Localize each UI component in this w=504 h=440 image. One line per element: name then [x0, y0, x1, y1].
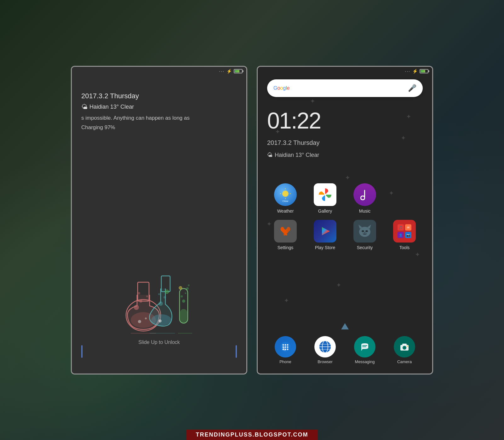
home-time: 01:22 — [267, 108, 321, 134]
right-indicator — [236, 345, 237, 358]
app-label-gallery: Gallery — [318, 209, 332, 214]
messaging-dock-icon — [358, 340, 371, 353]
side-indicators: Slide Up to Unlock — [81, 345, 237, 358]
svg-point-5 — [138, 292, 140, 294]
svg-point-51 — [283, 344, 284, 346]
lock-content: 2017.3.2 Thursday 🌤 Haidian 13° Clear s … — [72, 67, 246, 140]
svg-point-18 — [182, 300, 185, 303]
star-9: ✦ — [415, 251, 420, 258]
svg-point-15 — [158, 319, 162, 323]
dock-arrow — [341, 323, 349, 329]
g-logo-g2: g — [283, 85, 286, 91]
dock-label-browser: Browser — [318, 359, 333, 364]
svg-point-53 — [287, 344, 289, 346]
svg-point-39 — [365, 230, 368, 232]
phones-container: ··· ⚡ 2017.3.2 Thursday 🌤 Haidian 13° Cl… — [0, 0, 504, 440]
dock-item-messaging[interactable]: Messaging — [346, 336, 383, 364]
svg-point-33 — [324, 194, 326, 196]
dock-label-phone: Phone — [279, 359, 291, 364]
app-item-tools[interactable]: 🎵 ✉ 👤 📷 Tools — [386, 220, 423, 250]
svg-point-75 — [407, 346, 408, 347]
lock-quote: s impossible. Anything can happen as lon… — [81, 115, 237, 121]
star-11: ✦ — [284, 297, 289, 304]
battery-icon — [234, 69, 243, 73]
svg-text:✉: ✉ — [407, 226, 410, 229]
google-search-bar[interactable]: Google 🎤 — [267, 79, 423, 97]
battery-fill — [235, 70, 239, 72]
dock: Phone Browser — [264, 333, 426, 367]
svg-point-13 — [158, 293, 160, 295]
home-date: 2017.3.2 Thursday — [267, 139, 319, 146]
right-battery-fill — [421, 70, 425, 72]
svg-marker-36 — [322, 227, 330, 235]
right-status-bar: ··· ⚡ — [258, 67, 432, 76]
svg-point-55 — [285, 346, 286, 348]
svg-point-22 — [188, 284, 190, 286]
app-item-playstore[interactable]: Play Store — [307, 220, 343, 250]
home-weather: 🌤 Haidian 13° Clear — [267, 152, 319, 158]
microphone-icon[interactable]: 🎤 — [408, 84, 416, 92]
left-status-bar: ··· ⚡ — [72, 67, 246, 76]
watermark: TRENDINGPLUSS.BLOGSPOT.COM — [186, 430, 318, 440]
app-label-playstore: Play Store — [315, 245, 335, 250]
security-app-icon — [357, 223, 373, 239]
music-app-icon — [358, 187, 372, 202]
app-label-tools: Tools — [399, 245, 410, 250]
svg-point-27 — [282, 191, 289, 197]
left-indicator — [81, 345, 83, 358]
svg-point-12 — [163, 296, 166, 299]
app-label-music: Music — [359, 209, 371, 214]
app-item-weather[interactable]: Clear Weather — [267, 183, 304, 214]
home-sun-icon: 🌤 — [267, 152, 273, 158]
gallery-app-icon — [317, 187, 333, 203]
dock-item-phone[interactable]: Phone — [267, 336, 304, 364]
right-status-bolt: ⚡ — [412, 69, 418, 74]
app-label-security: Security — [357, 245, 373, 250]
right-phone: ✦ ✦ ✦ ✦ ✦ ✦ ✦ ✦ ✦ ✦ ✦ ✦ ··· ⚡ — [257, 66, 433, 374]
camera-dock-icon — [398, 340, 411, 353]
svg-text:Clear: Clear — [282, 200, 288, 203]
dock-item-camera[interactable]: Camera — [386, 336, 423, 364]
app-label-settings: Settings — [278, 245, 294, 250]
status-bolt: ⚡ — [226, 69, 232, 74]
slide-unlock-text[interactable]: Slide Up to Unlock — [138, 340, 180, 345]
dock-label-messaging: Messaging — [355, 359, 375, 364]
svg-point-3 — [134, 305, 139, 310]
svg-point-52 — [285, 344, 286, 346]
svg-point-7 — [138, 320, 141, 323]
svg-rect-74 — [402, 344, 407, 345]
sun-icon: 🌤 — [81, 103, 88, 111]
star-4: ✦ — [406, 113, 411, 120]
dock-label-camera: Camera — [397, 359, 412, 364]
settings-app-icon — [278, 223, 293, 239]
svg-point-19 — [181, 295, 183, 297]
lock-weather-text: Haidian 13° Clear — [89, 104, 134, 110]
app-item-gallery[interactable]: Gallery — [307, 183, 343, 214]
star-6: ✦ — [345, 174, 350, 181]
svg-text:🎵: 🎵 — [399, 226, 403, 230]
lock-weather: 🌤 Haidian 13° Clear — [81, 103, 237, 111]
playstore-app-icon — [317, 223, 333, 239]
lock-charging: Charging 97% — [81, 124, 237, 131]
phone-dock-icon — [279, 340, 292, 353]
svg-point-59 — [287, 348, 289, 350]
app-item-security[interactable]: Security — [346, 220, 383, 250]
dock-item-browser[interactable]: Browser — [307, 336, 343, 364]
svg-point-56 — [287, 346, 289, 348]
svg-point-20 — [185, 292, 186, 294]
status-dots: ··· — [219, 69, 225, 74]
svg-point-37 — [359, 227, 370, 237]
svg-point-4 — [139, 300, 142, 303]
app-item-music[interactable]: Music — [346, 183, 383, 214]
home-weather-text: Haidian 13° Clear — [275, 152, 319, 158]
svg-point-21 — [186, 287, 189, 290]
app-item-settings[interactable]: Settings — [267, 220, 304, 250]
star-10: ✦ — [336, 281, 341, 289]
google-logo: Google — [273, 85, 290, 91]
g-logo-g: G — [273, 85, 277, 91]
tools-app-icon: 🎵 ✉ 👤 📷 — [396, 223, 413, 239]
svg-point-11 — [158, 301, 163, 306]
right-status-dots: ··· — [405, 69, 410, 74]
svg-point-8 — [145, 317, 147, 319]
lock-screen: ··· ⚡ 2017.3.2 Thursday 🌤 Haidian 13° Cl… — [72, 67, 246, 374]
